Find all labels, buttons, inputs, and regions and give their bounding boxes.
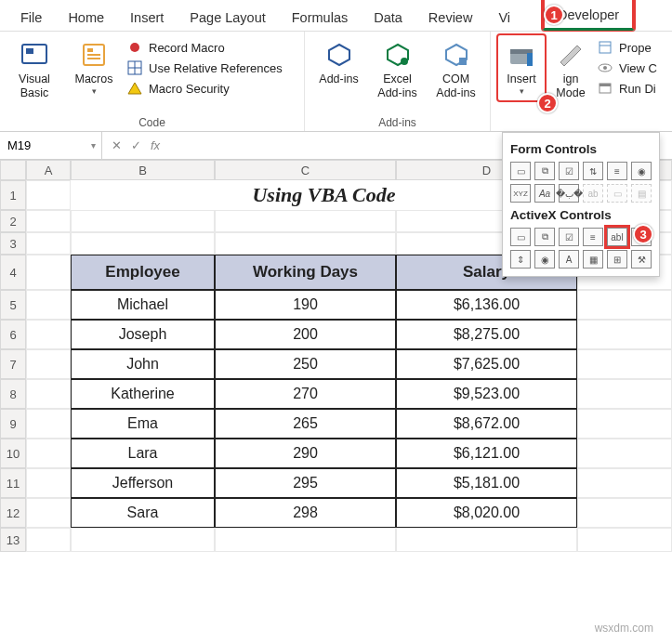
table-cell[interactable]: $6,121.00 [396, 439, 577, 468]
form-option-icon[interactable]: ◉ [631, 162, 652, 180]
chevron-down-icon[interactable]: ▾ [91, 140, 96, 151]
table-cell[interactable]: John [71, 349, 215, 379]
table-cell[interactable]: Ema [71, 409, 215, 439]
properties-button[interactable]: Prope [597, 39, 657, 56]
cell[interactable] [215, 232, 396, 255]
row-head[interactable]: 12 [0, 498, 26, 528]
table-cell[interactable]: Katherine [71, 379, 215, 409]
cell[interactable] [26, 255, 71, 290]
table-cell[interactable]: $8,275.00 [396, 320, 577, 349]
cell[interactable] [577, 349, 672, 379]
cell[interactable] [71, 232, 215, 255]
table-cell[interactable]: Michael [71, 290, 215, 320]
name-box[interactable]: ▾ [0, 132, 102, 159]
cell[interactable] [577, 379, 672, 409]
tab-formulas[interactable]: Formulas [279, 3, 361, 31]
insert-control-button[interactable]: Insert ▾ [498, 35, 545, 100]
row-head[interactable]: 8 [0, 379, 26, 409]
tab-insert[interactable]: Insert [117, 3, 177, 31]
cell[interactable] [577, 320, 672, 349]
tab-data[interactable]: Data [361, 3, 415, 31]
table-cell[interactable]: 295 [215, 468, 396, 498]
ax-textbox-icon[interactable]: abl [607, 228, 627, 246]
com-addins-button[interactable]: COM Add-ins [429, 35, 482, 104]
table-cell[interactable]: $8,020.00 [396, 498, 577, 528]
table-cell[interactable]: Lara [71, 439, 215, 468]
row-head[interactable]: 7 [0, 349, 26, 379]
form-combo-icon[interactable]: ⧉ [534, 162, 555, 180]
cell[interactable] [396, 528, 577, 552]
form-checkbox-icon[interactable]: ☑ [559, 162, 579, 180]
table-cell[interactable]: Joseph [71, 320, 215, 349]
col-head-b[interactable]: B [71, 160, 215, 180]
macros-button[interactable]: Macros ▾ [67, 35, 121, 100]
row-head[interactable]: 3 [0, 232, 26, 255]
tab-view-cut[interactable]: Vi [485, 3, 523, 31]
form-scroll-icon[interactable]: �ب� [559, 184, 579, 203]
row-head[interactable]: 6 [0, 320, 26, 349]
table-cell[interactable]: 200 [215, 320, 396, 349]
row-head[interactable]: 9 [0, 409, 26, 439]
tab-page-layout[interactable]: Page Layout [177, 3, 278, 31]
table-cell[interactable]: $7,625.00 [396, 349, 577, 379]
tab-home[interactable]: Home [55, 3, 117, 31]
cell[interactable] [215, 210, 396, 232]
row-head[interactable]: 13 [0, 528, 26, 552]
cell[interactable] [577, 409, 672, 439]
name-box-input[interactable] [6, 138, 71, 153]
run-dialog-button[interactable]: Run Di [597, 80, 657, 97]
fx-icon[interactable]: fx [151, 138, 160, 152]
cell[interactable] [26, 528, 71, 552]
table-cell[interactable]: 298 [215, 498, 396, 528]
row-head[interactable]: 1 [0, 180, 26, 210]
cell[interactable] [26, 468, 71, 498]
row-head[interactable]: 10 [0, 439, 26, 468]
ax-option-icon[interactable]: ◉ [534, 250, 555, 269]
ax-combo-icon[interactable]: ⧉ [534, 228, 555, 246]
cell[interactable] [26, 498, 71, 528]
ax-more-icon[interactable]: ⚒ [631, 250, 652, 269]
cell[interactable] [71, 528, 215, 552]
ax-toggle-icon[interactable]: ⊞ [607, 250, 627, 269]
cell[interactable] [577, 439, 672, 468]
table-cell[interactable]: 250 [215, 349, 396, 379]
visual-basic-button[interactable]: Visual Basic [7, 35, 61, 104]
design-mode-button[interactable]: ign Mode [550, 35, 591, 104]
table-cell[interactable]: $9,523.00 [396, 379, 577, 409]
form-spinner-icon[interactable]: ⇅ [583, 162, 603, 180]
record-macro-button[interactable]: Record Macro [126, 39, 283, 56]
table-cell[interactable]: 270 [215, 379, 396, 409]
cell[interactable] [577, 498, 672, 528]
col-head-a[interactable]: A [26, 160, 71, 180]
relative-refs-button[interactable]: Use Relative References [126, 59, 283, 76]
ax-label-icon[interactable]: A [559, 250, 579, 269]
select-all-corner[interactable] [0, 160, 26, 180]
cell[interactable] [26, 320, 71, 349]
row-head[interactable]: 11 [0, 468, 26, 498]
table-cell[interactable]: $8,672.00 [396, 409, 577, 439]
form-button-icon[interactable]: ▭ [510, 162, 531, 180]
col-head-c[interactable]: C [215, 160, 396, 180]
ax-listbox-icon[interactable]: ≡ [583, 228, 603, 246]
ax-button-icon[interactable]: ▭ [510, 228, 531, 246]
cell[interactable] [26, 379, 71, 409]
cell[interactable] [26, 439, 71, 468]
ax-checkbox-icon[interactable]: ☑ [559, 228, 579, 246]
enter-formula-icon[interactable]: ✓ [131, 138, 141, 152]
table-cell[interactable]: Sara [71, 498, 215, 528]
cancel-formula-icon[interactable]: ✕ [112, 138, 122, 152]
cell[interactable] [577, 468, 672, 498]
row-head[interactable]: 4 [0, 255, 26, 290]
macro-security-button[interactable]: Macro Security [126, 80, 283, 97]
form-group-icon[interactable]: XYZ [510, 184, 531, 203]
cell[interactable] [26, 232, 71, 255]
ax-image-icon[interactable]: ▦ [583, 250, 603, 269]
cell[interactable] [577, 290, 672, 320]
cell[interactable] [577, 528, 672, 552]
form-listbox-icon[interactable]: ≡ [607, 162, 627, 180]
table-cell[interactable]: 290 [215, 439, 396, 468]
table-cell[interactable]: Jefferson [71, 468, 215, 498]
excel-addins-button[interactable]: Excel Add-ins [371, 35, 424, 104]
cell[interactable] [215, 528, 396, 552]
view-code-button[interactable]: View C [597, 59, 657, 76]
